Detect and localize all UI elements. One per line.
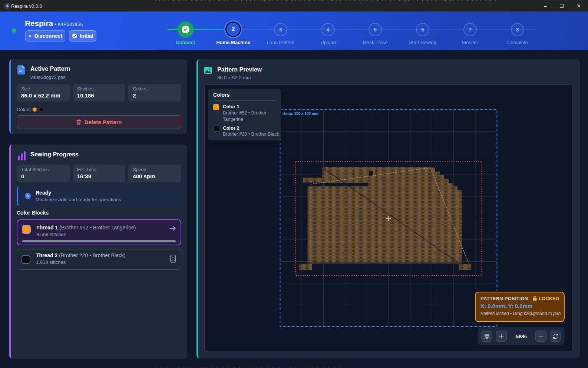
svg-text:Hoop: 100 x 100 mm: Hoop: 100 x 100 mm [283, 112, 318, 116]
